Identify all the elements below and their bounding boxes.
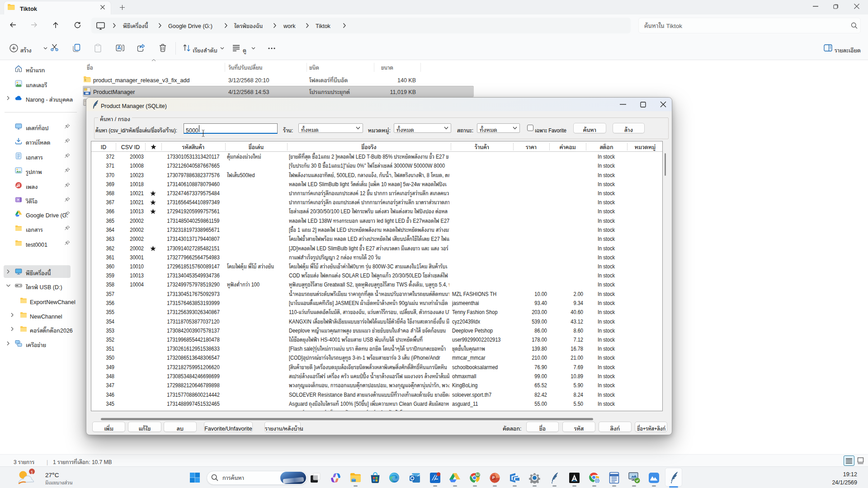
svg-text:SJ: SJ (476, 473, 480, 476)
svg-text:P: P (492, 475, 495, 480)
